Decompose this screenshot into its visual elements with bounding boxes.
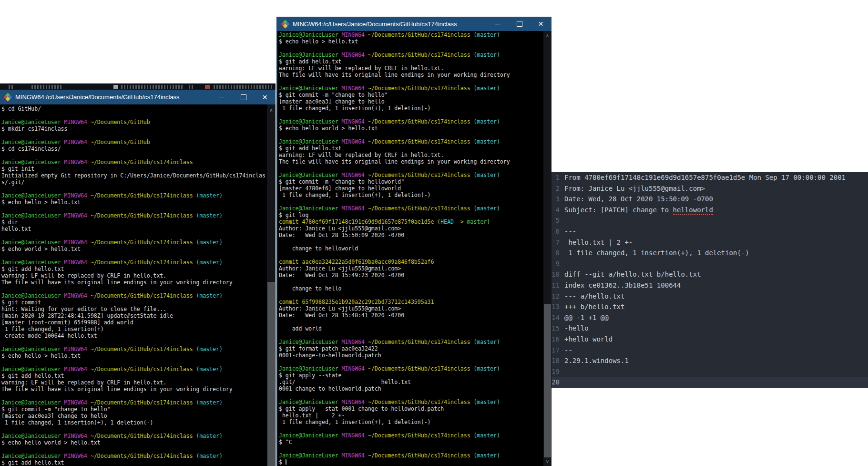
terminal-text-segment: MINGW64 [64,366,87,373]
close-button[interactable]: ✕ [254,90,276,104]
terminal-text-segment: commit 65f9988235e1b920a2c29c2bd73712c14… [279,299,434,305]
terminal-line: [master 4780ef6] change to helloworld [279,185,543,192]
terminal-text-segment: ~/Documents/GitHub/cs174inclass [368,432,470,439]
editor-line: 4Subject: [PATCH] change to helloworld [543,205,868,216]
terminal-text-segment: hello.txt | 2 +- [279,412,345,419]
terminal-text-segment: (master) [196,346,223,352]
terminal-text-segment: (master) [474,31,500,38]
terminal-text-segment: Janice@JaniceLuser [1,366,61,373]
editor-line-text: -hello [560,323,589,334]
terminal-text-segment: create mode 100644 hello.txt [1,332,97,339]
scrollbar-thumb[interactable] [544,304,551,457]
terminal-text-segment: ~/Documents/GitHub/cs174inclass [368,452,470,459]
scroll-up-icon[interactable]: ∧ [543,32,551,40]
editor-line: 11index ce01362..3b18e51 100644 [543,280,868,291]
terminal-text-segment [338,85,342,92]
terminal-text-segment: Janice@JaniceLuser [1,159,61,166]
middle-terminal-scrollbar[interactable]: ∧ ∨ [543,31,551,466]
terminal-line: Janice@JaniceLuser MINGW64 ~/Documents/G… [1,366,267,373]
terminal-text-segment: MINGW64 [342,172,365,178]
terminal-text-segment: (master) [196,433,223,439]
editor-line-text: From: Janice Lu <jjlu555@gmail.com> [560,183,705,194]
terminal-line: Janice@JaniceLuser MINGW64 ~/Documents/G… [279,205,543,212]
terminal-line: $ git add hello.txt [1,373,267,379]
terminal-text-segment [193,292,196,299]
terminal-text-segment: Date: Wed Oct 28 15:49:23 2020 -0700 [279,272,404,279]
patch-editor-pane[interactable]: 1From 4780ef69f17148c191e69d9d1657e875f0… [543,172,868,388]
terminal-line [1,132,267,139]
scroll-up-icon[interactable]: ∧ [267,106,276,114]
terminal-text-segment: Janice@JaniceLuser [1,119,61,125]
terminal-text-segment: ~/Documents/GitHub/cs174inclass [91,192,193,199]
terminal-text-segment: Janice@JaniceLuser [279,452,338,459]
clipped-text-fragment [31,85,63,89]
window-title: MINGW64:/c/Users/Janice/Documents/GitHub… [293,21,487,28]
terminal-text-segment: $ dir [1,219,18,226]
terminal-line: $ echo hello > hello.txt [279,38,543,45]
terminal-text-segment: 1 file changed, 1 insertion(+), 1 deleti… [279,192,431,198]
terminal-line: $ git add hello.txt [1,266,267,272]
terminal-text-segment [470,31,474,38]
terminal-text-segment: s/.git/ [1,179,24,186]
terminal-text-segment [193,192,196,199]
editor-line-text [560,366,564,377]
maximize-button[interactable] [233,90,254,104]
terminal-text-segment: ~/Documents/GitHub/cs174inclass [368,52,470,58]
terminal-text-segment: MINGW64 [342,205,365,212]
terminal-text-segment: HEAD [440,218,454,225]
terminal-line [279,45,543,52]
editor-line-text: hello.txt | 2 +- [560,237,633,248]
left-terminal-titlebar[interactable]: MINGW64:/c/Users/Janice/Documents/GitHub… [0,90,276,104]
left-terminal-scrollbar[interactable]: ∧ [267,104,276,466]
scrollbar-thumb[interactable] [267,282,275,466]
terminal-text-segment: -> [454,218,467,225]
terminal-line: $ git add hello.txt [279,145,543,152]
terminal-text-segment [365,452,368,459]
terminal-text-segment: [master aac0ea3] change to hello [1,413,107,419]
terminal-text-segment: ~/Documents/GitHub/cs174inclass [368,31,470,38]
terminal-text-segment: change to hello [279,285,342,292]
terminal-line: $ git add hello.txt [1,459,267,466]
terminal-text-segment: $ git format-patch aac0ea32422 [279,345,378,352]
terminal-line: $ mkdir cs174inclass [1,125,267,132]
left-terminal-output[interactable]: $ cd GitHub/ Janice@JaniceLuser MINGW64 … [1,105,267,466]
minimize-button[interactable] [487,17,509,31]
terminal-line: commit 65f9988235e1b920a2c29c2bd73712c14… [279,299,543,305]
editor-line-text: diff --git a/hello.txt b/hello.txt [560,269,701,280]
terminal-text-segment: MINGW64 [64,212,87,219]
terminal-text-segment: Janice@JaniceLuser [1,433,61,439]
terminal-line: $ git commit -m "change to hello" [279,92,543,98]
minimize-button[interactable] [211,90,233,104]
middle-terminal-titlebar[interactable]: MINGW64:/c/Users/Janice/Documents/GitHub… [277,17,551,31]
terminal-text-segment: MINGW64 [342,138,365,145]
terminal-text-segment [365,172,368,178]
terminal-line [279,292,543,299]
terminal-text-segment [338,172,342,178]
terminal-text-segment: $ git init [1,166,34,172]
close-button[interactable]: ✕ [530,17,551,31]
terminal-text-segment: (master) [196,366,223,373]
editor-line: 8 1 file changed, 1 insertion(+), 1 dele… [543,248,868,259]
terminal-text-segment: Date: Wed Oct 28 15:50:09 2020 -0700 [279,232,404,238]
terminal-text-segment: ~/Documents/GitHub/cs174inclass [91,212,193,219]
minimize-icon [495,24,500,24]
terminal-line: commit aac0ea324222a5d0f619ba0acc09a846f… [279,259,543,265]
terminal-line: hello.txt | 2 +- [279,412,543,419]
terminal-text-segment: Janice@JaniceLuser [279,138,338,145]
terminal-text-segment: Janice@JaniceLuser [1,259,61,266]
editor-line-text: --- a/hello.txt [560,291,624,302]
terminal-text-segment: [main 2020-10-28T22:48:41.598Z] update#s… [1,312,173,319]
terminal-text-segment: (master) [474,118,500,125]
terminal-line: Janice@JaniceLuser MINGW64 ~/Documents/G… [279,432,543,439]
window-title: MINGW64:/c/Users/Janice/Documents/GitHub… [15,93,211,101]
terminal-text-segment: (master) [196,239,223,246]
editor-line-text [560,259,564,269]
terminal-text-segment [338,118,342,125]
terminal-line: $ cd GitHub/ [1,105,267,112]
middle-terminal-output[interactable]: Janice@JaniceLuser MINGW64 ~/Documents/G… [279,31,543,466]
terminal-line: Janice@JaniceLuser MINGW64 ~/Documents/G… [279,339,543,345]
scroll-down-icon[interactable]: ∨ [543,458,551,466]
maximize-button[interactable] [509,17,530,31]
terminal-text-segment: MINGW64 [64,346,87,352]
terminal-text-segment: Janice@JaniceLuser [1,292,61,299]
